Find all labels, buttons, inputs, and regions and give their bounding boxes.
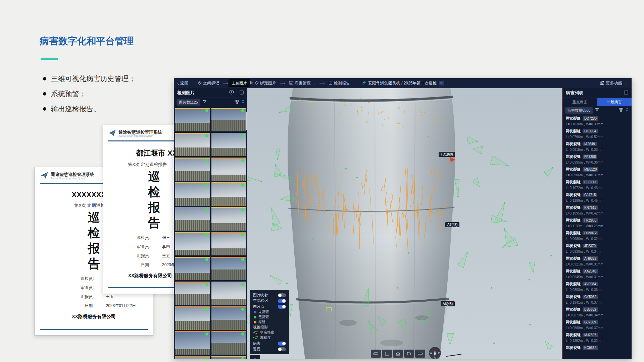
field-label: 巡检员: xyxy=(108,235,150,241)
image-thumbnail[interactable] xyxy=(175,232,210,255)
set-square-icon[interactable] xyxy=(382,350,392,358)
disease-list-item[interactable]: 网状裂缝 EG1113 L=0.1072m，W=0.43mm xyxy=(562,178,632,191)
disease-detail: L=0.0906m，W=0.31mm xyxy=(566,173,628,178)
disease-list-item[interactable]: 网状裂缝 BS5652 L=0.0873m，W=0.34mm xyxy=(562,306,632,318)
title-menu-icon[interactable] xyxy=(439,81,444,85)
image-thumbnail[interactable] xyxy=(175,182,210,206)
layer-settings-panel: 图片映射空间标记图片点未筛查已筛查存疑视锥投影非高精度高精度病害透视 xyxy=(250,290,289,354)
filter-funnel-icon[interactable] xyxy=(203,99,207,105)
home-view-icon[interactable] xyxy=(393,350,403,358)
sort-arrows-icon[interactable] xyxy=(241,99,245,105)
frustum-label: 高精度 xyxy=(260,336,271,340)
concrete-texture-band xyxy=(175,294,210,305)
image-thumbnail[interactable] xyxy=(211,306,246,330)
model-viewer[interactable]: TD1(60) A7(48) A6(48) 图片映射空间标记图片点未筛查已筛查存… xyxy=(247,88,562,359)
grid-view-icon[interactable] xyxy=(235,99,239,105)
image-thumbnail[interactable] xyxy=(211,356,246,359)
concrete-texture-band xyxy=(175,123,210,131)
step-spatial-mark[interactable]: 空间标记 xyxy=(198,80,219,86)
disease-list-item[interactable]: 网状裂缝 DD7280 L=0.1030m，W=0.39mm xyxy=(562,115,632,127)
disease-list-item[interactable]: 网状裂缝 AV0984 L=0.0803m，W=0.36mm xyxy=(562,280,632,293)
measure-tape-icon[interactable] xyxy=(371,350,381,358)
disease-list-item[interactable]: 网状裂缝 AH9332 L=0.0921m，W=0.31mm xyxy=(562,255,632,267)
image-thumbnail[interactable] xyxy=(211,108,246,131)
step-label: 检测报告 xyxy=(334,80,350,86)
collapse-panel-button[interactable] xyxy=(250,355,260,359)
disease-code-badge: BS5652 xyxy=(583,307,598,312)
image-thumbnail[interactable] xyxy=(175,108,210,131)
status-dot xyxy=(205,134,208,137)
grid-view-icon[interactable] xyxy=(619,107,623,113)
disease-detail: L=0.0796m，W=0.52mm xyxy=(566,135,628,139)
image-thumbnail[interactable] xyxy=(175,306,210,330)
annotation-line xyxy=(175,282,210,283)
back-button[interactable]: 返回 xyxy=(177,80,188,86)
image-thumbnail[interactable] xyxy=(175,158,210,181)
disease-list-item[interactable]: 网状裂缝 GJ7309 L=0.0888m，W=0.37mm xyxy=(562,318,632,331)
image-thumbnail[interactable] xyxy=(211,158,246,181)
image-thumbnail[interactable] xyxy=(175,331,210,355)
toggle-switch[interactable] xyxy=(278,347,286,351)
rotate-view-icon[interactable] xyxy=(404,350,414,358)
upload-circle-icon[interactable] xyxy=(229,90,234,96)
columns-layout-icon[interactable] xyxy=(240,90,244,96)
step-disease-screening[interactable]: AI 病害筛查 xyxy=(289,80,316,86)
scrollbar-thumb[interactable] xyxy=(246,112,247,130)
more-functions-button[interactable]: 更多功能 xyxy=(600,80,628,86)
image-thumbnail[interactable] xyxy=(211,257,246,280)
disease-type: 网状裂缝 xyxy=(566,154,581,159)
step-inspection-report[interactable]: 检测报告 xyxy=(329,80,350,86)
toggle-switch[interactable] xyxy=(278,293,286,297)
scale-bar-icon[interactable] xyxy=(415,350,425,358)
disease-list-item[interactable]: 网状裂缝 IA2649 L=0.0815m，W=0.33mm xyxy=(562,140,632,153)
image-thumbnail[interactable] xyxy=(211,133,246,156)
disease-type: 网状裂缝 xyxy=(566,345,581,350)
sort-arrows-icon[interactable] xyxy=(626,107,629,113)
image-thumbnail[interactable] xyxy=(175,207,210,231)
toggle-switch[interactable] xyxy=(278,299,286,303)
bullet-item: 系统预警； xyxy=(43,86,136,101)
image-thumbnail[interactable] xyxy=(175,133,210,156)
toggle-switch[interactable] xyxy=(278,305,286,309)
disease-list-item[interactable]: 网状裂缝 CY5062 L=0.1941m，W=0.37mm xyxy=(562,293,632,306)
tab-key-diseases[interactable]: 重点病害 xyxy=(562,98,597,106)
disease-type: 网状裂缝 xyxy=(566,243,581,248)
image-thumbnail[interactable] xyxy=(175,257,210,280)
filter-funnel-icon[interactable] xyxy=(595,107,599,113)
disease-code-badge: MB6120 xyxy=(583,167,598,172)
image-thumbnail[interactable] xyxy=(211,232,246,255)
disease-list-item[interactable]: 网状裂缝 MB6120 L=0.0906m，W=0.31mm xyxy=(562,166,632,178)
disease-list-item[interactable]: 网状裂缝 FF3208 L=0.0995m，W=0.36mm xyxy=(562,153,632,166)
image-thumbnail[interactable] xyxy=(175,356,210,359)
image-thumbnail[interactable] xyxy=(211,331,246,355)
columns-layout-icon[interactable] xyxy=(624,90,628,96)
step-bind-image[interactable]: 绑定图片 xyxy=(255,80,276,86)
disease-list-item[interactable]: 网状裂缝 JE2370 L=0.0930m，W=0.34mm xyxy=(562,242,632,255)
disease-list-item[interactable]: 网状裂缝 MJ7897 L=0.1352m，W=0.32mm xyxy=(562,331,632,344)
disease-list-item[interactable]: 网状裂缝 HK2955 L=0.1139m，W=0.28mm xyxy=(562,217,632,229)
frustum-row: 非高精度 xyxy=(253,330,286,335)
image-thumbnail[interactable] xyxy=(211,207,246,231)
disease-code-badge: DD7280 xyxy=(583,116,598,121)
image-thumbnail[interactable] xyxy=(211,182,246,206)
frustum-icon xyxy=(253,336,258,340)
disease-list-item[interactable]: 网状裂缝 KR7511 L=0.1095m，W=0.42mm xyxy=(562,204,632,217)
disease-list-item[interactable]: 网状裂缝 CJ4715 L=0.1299m，W=0.45mm xyxy=(562,191,632,204)
image-thumbnail[interactable] xyxy=(211,282,246,305)
marker-label[interactable]: TD1(60) xyxy=(439,152,455,157)
disease-list-item[interactable]: 网状裂缝 HT0984 L=0.0796m，W=0.52mm xyxy=(562,127,632,140)
image-thumbnail[interactable] xyxy=(175,282,210,305)
marker-label[interactable]: A6(48) xyxy=(441,301,455,306)
disease-type: 网状裂缝 xyxy=(566,333,581,338)
compass-widget[interactable]: WES xyxy=(428,346,442,359)
status-dot xyxy=(205,208,208,212)
disease-list-item[interactable]: 网状裂缝 KC9364 xyxy=(562,344,632,357)
disease-list-item[interactable]: 网状裂缝 AA2848 L=0.0945m，W=0.31mm xyxy=(562,267,632,280)
disease-list-item[interactable]: 网状裂缝 DU9072 L=0.0980m，W=0.32mm xyxy=(562,229,632,242)
tab-general-diseases[interactable]: 一般病害 xyxy=(597,98,632,106)
disease-code-badge: KR7511 xyxy=(583,205,598,210)
marker-label[interactable]: A7(48) xyxy=(445,222,459,227)
svg-text:E: E xyxy=(438,352,440,354)
step-label: 病害筛查 xyxy=(295,80,311,86)
toggle-switch[interactable] xyxy=(278,342,286,346)
